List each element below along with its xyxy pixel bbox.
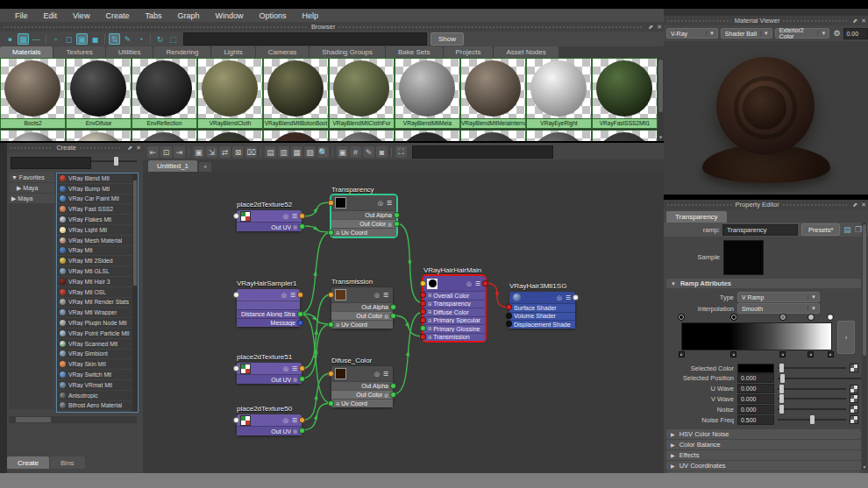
node-attr-row[interactable]: Out UV▥ <box>237 374 302 384</box>
menu-window[interactable]: Window <box>207 11 251 20</box>
detach-panel-icon[interactable]: ⬈ <box>648 24 653 31</box>
menu-create[interactable]: Create <box>97 11 137 20</box>
section-ramp-attributes[interactable]: ▼ Ramp Attributes <box>666 279 861 288</box>
node-attr-row[interactable]: Volume Shader <box>509 312 575 321</box>
node-swatch[interactable] <box>335 289 346 301</box>
value-field[interactable]: 0.500 <box>737 415 774 425</box>
material-swatch[interactable]: VRayBlendMtlBotonBoot <box>263 58 329 129</box>
node-attr-row[interactable]: Out Alpha <box>331 381 393 390</box>
node-header[interactable]: ◎ ☰ <box>237 289 300 301</box>
node-port[interactable] <box>420 301 426 307</box>
map-texture-icon[interactable] <box>850 364 858 372</box>
output-connections-icon[interactable]: ⇲ <box>206 146 217 158</box>
close-panel-icon[interactable]: ✕ <box>861 18 866 25</box>
map-texture-icon[interactable] <box>850 385 858 393</box>
small-swatch-icon[interactable]: ◻ <box>63 33 75 45</box>
scrollbar-thumb[interactable] <box>16 417 51 422</box>
scrollbar-thumb[interactable] <box>133 180 137 286</box>
node-attr-row[interactable] <box>237 301 300 309</box>
material-swatch-partial[interactable] <box>526 130 592 141</box>
ramp-stop-marker[interactable] <box>779 351 786 357</box>
node-port[interactable] <box>328 292 334 298</box>
attr-map-icon[interactable]: ▥ <box>293 224 297 230</box>
create-item-vray-mtl-hair-3[interactable]: VRay Mtl Hair 3 <box>57 277 138 287</box>
ramp-expand-button[interactable]: › <box>837 321 855 354</box>
attr-expand-icon[interactable]: ⊞ <box>336 230 339 236</box>
node-port[interactable] <box>420 334 426 340</box>
material-swatch-partial[interactable] <box>592 130 658 141</box>
lock-icon[interactable]: ◙ <box>376 146 388 158</box>
tab-materials[interactable]: Materials <box>0 46 53 58</box>
node-header[interactable]: ◎ ☰ <box>509 292 575 303</box>
menu-help[interactable]: Help <box>294 11 326 20</box>
material-swatch-partial[interactable] <box>460 130 526 141</box>
section-color-balance[interactable]: ▶Color Balance <box>666 440 861 449</box>
material-swatch[interactable]: Boots2 <box>0 58 66 129</box>
graph-center-icon[interactable]: ⊡ <box>160 146 172 158</box>
large-swatch-icon[interactable]: ◼ <box>89 33 101 45</box>
frame-icon[interactable]: ⛶ <box>395 146 407 158</box>
menu-tabs[interactable]: Tabs <box>137 11 169 20</box>
tiny-swatch-icon[interactable]: ▫ <box>50 33 61 45</box>
create-item-vray-mtl-2sided[interactable]: VRay Mtl 2Sided <box>57 256 138 266</box>
detach-panel-icon[interactable]: ⬈ <box>852 18 857 25</box>
material-swatch-partial[interactable] <box>329 130 395 141</box>
slider-track[interactable] <box>778 419 846 421</box>
grid-icon[interactable]: # <box>350 146 361 158</box>
node-Difuse_Color[interactable]: ◎ ☰Out AlphaOut Color▥⊞Uv Coord <box>331 366 393 407</box>
attr-map-icon[interactable]: ▥ <box>388 222 392 227</box>
create-item-vray-mtl-glsl[interactable]: VRay Mtl GLSL <box>57 266 138 277</box>
node-port[interactable] <box>233 417 239 423</box>
bottom-tab-bins[interactable]: Bins <box>50 456 85 469</box>
material-swatch[interactable]: VRayFastSSS2Mtl1 <box>592 58 658 129</box>
map-texture-icon[interactable] <box>850 415 858 424</box>
create-item-vray-plugin-node-mtl[interactable]: VRay Plugin Node Mtl <box>57 318 138 329</box>
node-attr-row[interactable]: ⊞Diffuse Color <box>423 308 485 316</box>
slider-track[interactable] <box>778 388 846 390</box>
create-item-vray-skin-mtl[interactable]: VRay Skin Mtl <box>57 359 138 370</box>
node-port[interactable] <box>482 280 488 286</box>
tree-item-maya[interactable]: ▶ Maya <box>9 183 54 193</box>
material-swatch-partial[interactable] <box>66 130 132 141</box>
list-view-icon[interactable]: — <box>31 33 42 45</box>
create-search-input[interactable] <box>11 157 91 169</box>
ramp-stop-handle[interactable] <box>808 314 815 321</box>
create-item-vray-mtl-osl[interactable]: VRay Mtl OSL <box>57 287 138 298</box>
renderer-dropdown[interactable]: V-Ray▼ <box>666 28 718 39</box>
node-attr-row[interactable]: Out Color▥ <box>331 390 393 399</box>
attr-expand-icon[interactable]: ⊞ <box>428 326 431 331</box>
swatch-view-icon[interactable]: ▦ <box>18 33 29 45</box>
node-port[interactable] <box>420 292 426 298</box>
create-item-vray-bump-mtl[interactable]: VRay Bump Mtl <box>57 184 138 194</box>
ramp-stop-handle[interactable] <box>730 314 737 321</box>
create-item-vray-blend-mtl[interactable]: VRay Blend Mtl <box>57 173 138 184</box>
node-header-icons[interactable]: ◎ ☰ <box>557 294 572 301</box>
value-field[interactable]: 0.000 <box>737 394 774 404</box>
attr-map-icon[interactable]: ▥ <box>293 377 297 382</box>
node-attr-row[interactable]: Message <box>237 318 300 327</box>
graph-add-right-icon[interactable]: ⇥ <box>174 146 185 158</box>
node-attr-row[interactable]: Out Alpha <box>331 302 393 311</box>
menu-file[interactable]: File <box>7 11 36 20</box>
scroll-down-icon[interactable]: ▼ <box>862 464 867 470</box>
detach-panel-icon[interactable]: ⬈ <box>127 145 132 152</box>
create-item-vray-light-mtl[interactable]: VRay Light Mtl <box>57 225 138 236</box>
material-swatch-partial[interactable] <box>132 130 197 141</box>
slider-track[interactable] <box>778 408 846 410</box>
create-item-bifrost-aero-material[interactable]: Bifrost Aero Material <box>57 401 138 412</box>
display-simple-icon[interactable]: ▤ <box>265 146 276 158</box>
create-item-vray-flakes-mtl[interactable]: VRay Flakes Mtl <box>57 215 138 225</box>
value-field[interactable]: 0.000 <box>737 405 774 414</box>
node-header-icons[interactable]: ◎ ☰ <box>374 292 389 299</box>
node-attr-row[interactable]: Displacement Shader <box>509 320 575 329</box>
interpolation-dropdown[interactable]: Smooth▼ <box>737 303 820 314</box>
detach-panel-icon[interactable]: ⬈ <box>852 202 857 209</box>
node-swatch[interactable] <box>335 368 346 379</box>
section-uv-coordinates[interactable]: ▶UV Coordinates <box>666 461 861 470</box>
slider-track[interactable] <box>778 398 846 400</box>
browser-search-input[interactable] <box>183 32 427 46</box>
attr-map-icon[interactable]: ▥ <box>293 428 297 434</box>
sort-icon[interactable]: ⇅ <box>109 33 120 45</box>
node-port[interactable] <box>394 221 400 227</box>
node-attr-row[interactable]: Out UV▥ <box>237 426 302 435</box>
